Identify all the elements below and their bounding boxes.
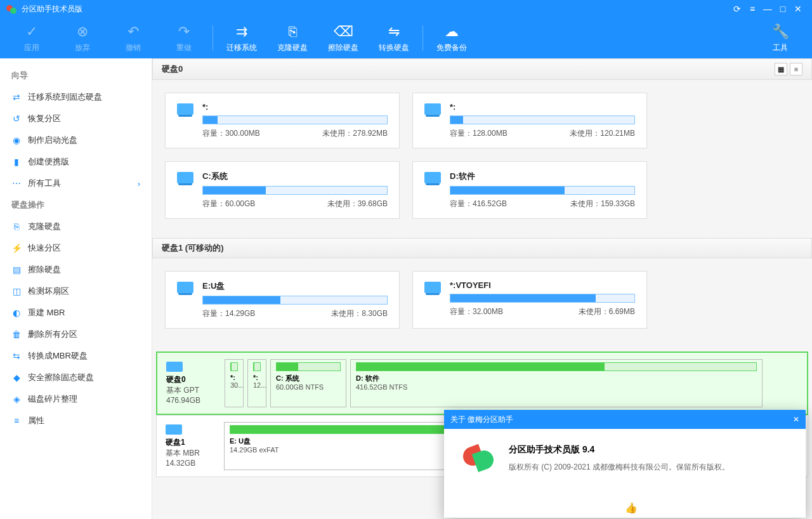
about-logo-icon [463,444,494,475]
usage-bar [450,186,635,195]
sidebar-item[interactable]: ⎘克隆硬盘 [0,216,152,237]
disk0-header[interactable]: 硬盘0 ▦ ≡ [152,58,812,80]
sidebar-item[interactable]: ▤擦除硬盘 [0,259,152,280]
sidebar-item[interactable]: ◈磁盘碎片整理 [0,388,152,410]
capacity-label: 容量：60.00GB [202,199,255,209]
disk-type: 基本 GPT [166,385,218,396]
sidebar-icon: ⇆ [11,351,22,361]
sidebar-item[interactable]: 🗑删除所有分区 [0,324,152,345]
about-titlebar: 关于 傲梅分区助手 ✕ [444,410,806,429]
backup-button[interactable]: ☁免费备份 [426,18,477,58]
discard-button[interactable]: ⊗放弃 [57,18,108,58]
refresh-icon[interactable]: ⟳ [730,4,745,14]
partition-name: C:系统 [202,171,388,182]
sidebar-item-label: 迁移系统到固态硬盘 [28,91,102,103]
maximize-button[interactable]: □ [775,4,790,14]
undo-button[interactable]: ↶撤销 [108,18,159,58]
sidebar-item-label: 转换成MBR硬盘 [28,350,88,362]
disk-icon [177,172,193,183]
toolbar: ✓应用 ⊗放弃 ↶撤销 ↷重做 ⇉迁移系统 ⎘克隆硬盘 ⌫擦除硬盘 ⇋转换硬盘 … [0,18,812,58]
disk-icon [424,103,441,115]
sidebar-item[interactable]: ⚡快速分区 [0,237,152,259]
sidebar: 向导 ⇄迁移系统到固态硬盘↺恢复分区◉制作启动光盘▮创建便携版⋯所有工具› 硬盘… [0,58,152,519]
sidebar-item-label: 克隆硬盘 [28,221,61,232]
map-partition[interactable]: D: 软件416.52GB NTFS [350,359,763,407]
migrate-os-button[interactable]: ⇉迁移系统 [216,18,267,58]
sidebar-icon: ◐ [11,308,22,318]
sidebar-icon: ↺ [11,114,22,124]
sidebar-item-label: 检测坏扇区 [28,286,69,297]
sidebar-icon: ⋯ [11,178,22,188]
partition-card[interactable]: *: 容量：128.00MB未使用：120.21MB [412,93,647,148]
about-copyright: 版权所有 (C) 2009-2021 成都傲梅科技有限公司。保留所有版权。 [509,462,730,473]
minimize-button[interactable]: — [760,4,775,14]
free-label: 未使用：6.69MB [579,306,635,317]
convert-disk-button[interactable]: ⇋转换硬盘 [369,18,419,58]
apply-button[interactable]: ✓应用 [6,18,57,58]
thumb-icon[interactable]: 👍 [625,502,638,514]
close-button[interactable]: ✕ [790,4,806,14]
sidebar-item[interactable]: ↺恢复分区 [0,108,152,129]
disk-type: 基本 MBR [166,448,218,459]
capacity-label: 容量：416.52GB [450,199,507,209]
usage-bar [202,296,388,305]
map-partition[interactable]: C: 系统60.00GB NTFS [270,359,346,407]
capacity-label: 容量：14.29GB [202,308,255,319]
sidebar-item-label: 安全擦除固态硬盘 [28,372,94,383]
view-list-button[interactable]: ≡ [790,63,802,76]
sidebar-item[interactable]: ⋯所有工具› [0,173,152,194]
partition-card[interactable]: D:软件 容量：416.52GB未使用：159.33GB [412,161,647,219]
tools-button[interactable]: 🔧工具 [755,18,806,58]
partition-card[interactable]: C:系统 容量：60.00GB未使用：39.68GB [165,161,400,219]
partition-name: *: [202,102,388,112]
sidebar-item-label: 重建 MBR [28,307,65,319]
partition-card[interactable]: *:VTOYEFI 容量：32.00MB未使用：6.69MB [412,271,647,329]
disk0-map[interactable]: 硬盘0基本 GPT476.94GB*:30...*:12...C: 系统60.0… [156,351,808,415]
sidebar-item-label: 擦除硬盘 [28,264,61,275]
view-tile-button[interactable]: ▦ [775,63,787,76]
free-label: 未使用：159.33GB [570,199,635,209]
usage-bar [450,294,635,303]
sidebar-item[interactable]: ⇆转换成MBR硬盘 [0,345,152,367]
partition-name: *: [450,102,635,112]
usage-bar [202,115,388,124]
sidebar-item[interactable]: ◐重建 MBR [0,302,152,324]
disk-icon [424,172,441,183]
wipe-disk-button[interactable]: ⌫擦除硬盘 [318,18,369,58]
disk-size: 476.94GB [166,396,218,405]
disk-icon [424,282,441,293]
app-logo-icon [6,4,16,14]
sidebar-item[interactable]: ▮创建便携版 [0,151,152,173]
sidebar-item[interactable]: ≡属性 [0,410,152,431]
sidebar-icon: 🗑 [11,329,22,339]
partition-name: D:软件 [450,171,635,182]
clone-disk-button[interactable]: ⎘克隆硬盘 [267,18,318,58]
partition-card[interactable]: E:U盘 容量：14.29GB未使用：8.30GB [165,271,400,329]
sidebar-item[interactable]: ⇄迁移系统到固态硬盘 [0,86,152,108]
map-partition[interactable]: *:12... [247,359,266,407]
sidebar-item-label: 删除所有分区 [28,329,77,340]
map-partition[interactable]: *:30... [225,359,244,407]
sidebar-icon: ≡ [11,416,22,426]
partition-card[interactable]: *: 容量：300.00MB未使用：278.92MB [165,93,400,148]
sidebar-icon: ⚡ [11,243,22,253]
redo-button[interactable]: ↷重做 [159,18,209,58]
partition-name: E:U盘 [202,280,388,292]
disk-name: 硬盘0 [166,374,218,385]
disk-icon [177,103,193,115]
sidebar-icon: ◆ [11,372,22,383]
sidebar-item[interactable]: ◉制作启动光盘 [0,129,152,151]
sidebar-icon: ◉ [11,135,22,145]
sidebar-icon: ⎘ [11,221,22,232]
sidebar-item[interactable]: ◆安全擦除固态硬盘 [0,367,152,388]
disk1-header[interactable]: 硬盘1 (可移动的) [152,238,812,258]
sidebar-icon: ▤ [11,265,22,275]
free-label: 未使用：120.21MB [570,128,635,139]
menu-icon[interactable]: ≡ [745,4,760,14]
about-close-button[interactable]: ✕ [793,415,799,424]
usage-bar [202,186,388,195]
sidebar-item-label: 磁盘碎片整理 [28,393,77,405]
sidebar-item[interactable]: ◫检测坏扇区 [0,280,152,302]
about-title: 关于 傲梅分区助手 [450,414,513,425]
disk-icon [166,362,183,372]
